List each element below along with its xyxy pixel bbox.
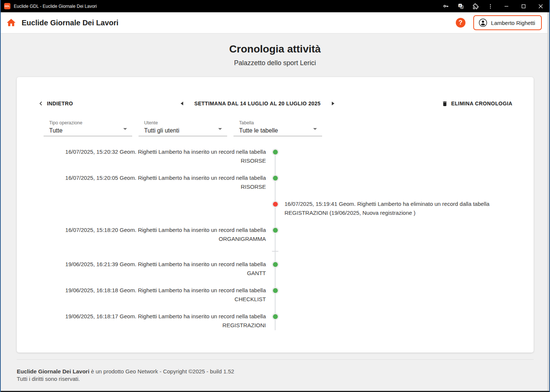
trash-icon <box>442 101 448 107</box>
timeline-day-separator <box>272 251 279 252</box>
translate-icon[interactable]: A a <box>453 0 468 12</box>
extensions-icon[interactable] <box>468 0 483 12</box>
timeline: 16/07/2025, 15:20:32 Geom. Righetti Lamb… <box>17 147 534 338</box>
filter-label: Tabella <box>239 120 322 126</box>
app-header: Euclide Giornale Dei Lavori ? Lamberto R… <box>1 12 549 34</box>
maximize-button[interactable] <box>515 0 532 12</box>
user-name: Lamberto Righetti <box>491 20 535 26</box>
timeline-dot <box>272 313 279 320</box>
history-card: INDIETRO SETTIMANA DAL 14 LUGLIO AL 20 L… <box>17 77 534 353</box>
scrollbar[interactable] <box>547 12 549 392</box>
timeline-dot <box>272 287 279 294</box>
filters-row: Tipo operazione Tutte Utente Tutti gli u… <box>44 119 534 136</box>
titlebar: GDL Euclide GDL - Euclide Giornale Dei L… <box>1 0 549 12</box>
footer-divider <box>17 359 534 360</box>
back-button[interactable]: INDIETRO <box>38 101 73 106</box>
timeline-entry-text: 16/07/2025, 15:18:20 Geom. Righetti Lamb… <box>52 226 266 252</box>
footer-rights: Tutti i diritti sono riservati. <box>17 375 534 383</box>
help-button[interactable]: ? <box>456 18 465 28</box>
timeline-dot <box>272 201 279 208</box>
timeline-entry-text: 16/07/2025, 15:20:05 Geom. Righetti Lamb… <box>52 173 266 200</box>
timeline-dot <box>272 227 279 234</box>
filter-table[interactable]: Tabella Tutte le tabelle <box>233 119 322 136</box>
person-icon <box>479 18 487 27</box>
close-button[interactable] <box>532 0 549 12</box>
timeline-dot <box>272 149 279 156</box>
page-title: Cronologia attività <box>1 44 549 55</box>
delete-history-button[interactable]: ELIMINA CRONOLOGIA <box>442 101 512 107</box>
timeline-entry-text: 19/06/2025, 16:21:39 Geom. Righetti Lamb… <box>52 260 266 286</box>
timeline-dot <box>272 261 279 268</box>
app-window: GDL Euclide GDL - Euclide Giornale Dei L… <box>0 0 550 392</box>
footer: Euclide Giornale Dei Lavori è un prodott… <box>17 359 534 383</box>
app-title: Euclide Giornale Dei Lavori <box>22 19 118 27</box>
card-toolbar: INDIETRO SETTIMANA DAL 14 LUGLIO AL 20 L… <box>17 77 534 107</box>
home-icon[interactable] <box>6 17 16 28</box>
footer-product-name: Euclide Giornale Dei Lavori <box>17 368 89 375</box>
back-label: INDIETRO <box>47 101 73 106</box>
timeline-entry-text: 19/06/2025, 16:18:18 Geom. Righetti Lamb… <box>52 286 266 312</box>
timeline-dot <box>272 175 279 182</box>
filter-value: Tutti gli utenti <box>144 127 227 135</box>
menu-kebab-icon[interactable] <box>483 0 498 12</box>
window-title: Euclide GDL - Euclide Giornale Dei Lavor… <box>14 4 97 9</box>
footer-product-info: è un prodotto Geo Network - Copyright ©2… <box>89 368 234 375</box>
previous-week-icon[interactable] <box>181 102 183 105</box>
week-label: SETTIMANA DAL 14 LUGLIO AL 20 LUGLIO 202… <box>194 101 321 106</box>
next-week-icon[interactable] <box>332 102 334 105</box>
password-key-icon[interactable] <box>438 0 453 12</box>
dropdown-arrow-icon <box>123 128 127 130</box>
filter-label: Tipo operazione <box>49 120 132 126</box>
delete-history-label: ELIMINA CRONOLOGIA <box>451 101 512 106</box>
timeline-entry-text: 16/07/2025, 15:20:32 Geom. Righetti Lamb… <box>52 147 266 173</box>
chevron-left-icon <box>38 101 44 106</box>
timeline-entry-text: 19/06/2025, 16:18:17 Geom. Righetti Lamb… <box>52 312 266 338</box>
timeline-entry-text: 16/07/2025, 15:19:41 Geom. Righetti Lamb… <box>284 200 502 217</box>
filter-value: Tutte le tabelle <box>239 127 322 135</box>
filter-user[interactable]: Utente Tutti gli utenti <box>139 119 227 136</box>
filter-value: Tutte <box>49 127 132 135</box>
week-navigator: SETTIMANA DAL 14 LUGLIO AL 20 LUGLIO 202… <box>181 101 334 106</box>
svg-text:a: a <box>461 6 462 8</box>
filter-operation-type[interactable]: Tipo operazione Tutte <box>44 119 132 136</box>
dropdown-arrow-icon <box>218 128 222 130</box>
app-icon: GDL <box>4 3 10 9</box>
user-menu-button[interactable]: Lamberto Righetti <box>473 15 542 30</box>
filter-label: Utente <box>144 120 227 126</box>
page-subtitle: Palazzetto dello sport Lerici <box>1 59 549 67</box>
minimize-button[interactable] <box>498 0 515 12</box>
dropdown-arrow-icon <box>313 128 317 130</box>
